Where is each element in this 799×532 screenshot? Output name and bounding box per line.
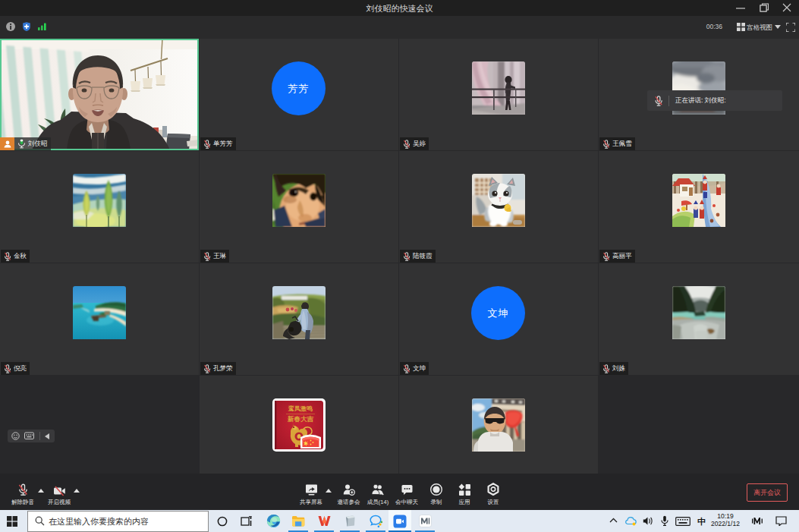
svg-text:鸾凤激鸣: 鸾凤激鸣 [288,405,313,412]
svg-text:新春大吉: 新春大吉 [287,415,314,423]
